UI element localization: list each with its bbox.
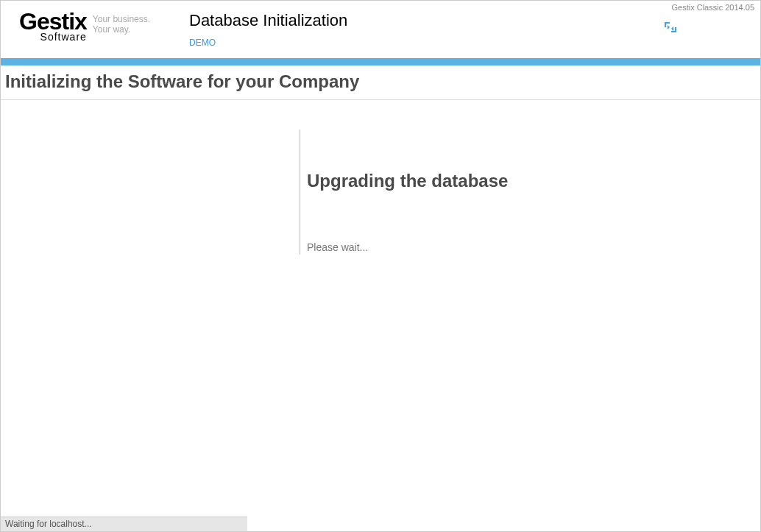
tagline-line1: Your business. — [93, 14, 150, 24]
logo-text: Gestix Software — [19, 11, 87, 43]
status-bar: Waiting for localhost... — [1, 517, 247, 531]
logo-tagline: Your business. Your way. — [93, 14, 150, 35]
blue-bar — [1, 58, 760, 65]
content-heading: Upgrading the database — [307, 130, 760, 191]
logo-text-main: Gestix — [19, 11, 87, 32]
demo-link[interactable]: DEMO — [189, 38, 216, 48]
logo-text-sub: Software — [40, 31, 87, 43]
vertical-divider — [300, 130, 300, 255]
version-label: Gestix Classic 2014.05 — [672, 3, 755, 12]
content-area: Upgrading the database Please wait... — [1, 130, 760, 253]
logo: Gestix Software Your business. Your way. — [19, 11, 150, 43]
page-title: Database Initialization — [189, 11, 347, 30]
content-message: Please wait... — [307, 241, 760, 253]
section-title: Initializing the Software for your Compa… — [1, 65, 760, 100]
tagline-line2: Your way. — [93, 24, 150, 35]
header: Gestix Classic 2014.05 Gestix Software Y… — [1, 1, 760, 58]
refresh-icon[interactable] — [662, 19, 679, 37]
